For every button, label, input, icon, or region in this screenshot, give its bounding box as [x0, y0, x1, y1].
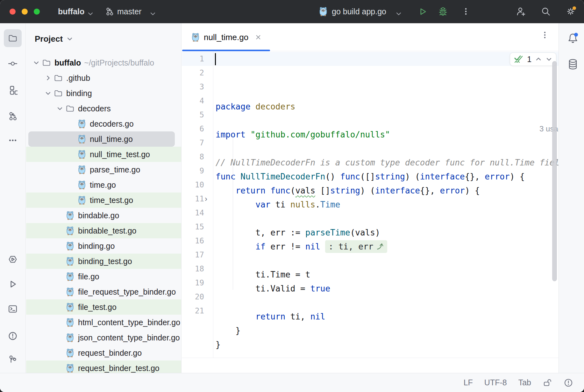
- line-number[interactable]: 17: [182, 248, 204, 262]
- line-number[interactable]: 18: [182, 262, 204, 276]
- tree-row-bindable-go[interactable]: bindable.go: [26, 208, 182, 223]
- fold-expand-icon[interactable]: ›: [205, 192, 207, 206]
- run-icon[interactable]: [4, 275, 22, 293]
- code-line-21[interactable]: [216, 352, 559, 358]
- close-button[interactable]: [10, 9, 16, 15]
- tree-row-null-time-test-go[interactable]: null_time_test.go: [26, 147, 182, 162]
- code-line-18[interactable]: return ti, nil: [216, 310, 559, 324]
- settings-gear-icon[interactable]: [566, 6, 576, 17]
- terminal-icon[interactable]: [4, 300, 22, 318]
- code-content[interactable]: 3 usages package decodersimport "github.…: [216, 52, 559, 358]
- line-number[interactable]: 14: [182, 206, 204, 220]
- project-folder-icon[interactable]: [4, 29, 22, 47]
- editor-options-kebab-icon[interactable]: [541, 31, 549, 39]
- debug-button[interactable]: [438, 7, 448, 16]
- tree-row-time-go[interactable]: time.go: [26, 177, 182, 192]
- code-line-16[interactable]: ti.Valid = true: [216, 282, 559, 296]
- line-number[interactable]: 21: [182, 304, 204, 318]
- line-number[interactable]: 10: [182, 178, 204, 192]
- tree-chevron[interactable]: [43, 74, 53, 82]
- tree-chevron[interactable]: [31, 59, 42, 66]
- maximize-button[interactable]: [34, 9, 40, 15]
- editor-gutter[interactable]: 12345678910111415161718192021: [182, 52, 204, 318]
- tree-row-binding[interactable]: binding: [26, 86, 182, 101]
- tree-row-request-binder-go[interactable]: request_binder.go: [26, 345, 182, 360]
- tree-chevron[interactable]: [54, 105, 65, 112]
- next-problem-icon[interactable]: [545, 55, 553, 63]
- unlocked-icon[interactable]: [543, 378, 552, 388]
- line-number[interactable]: 16: [182, 234, 204, 248]
- code-line-14[interactable]: [216, 254, 559, 268]
- database-icon[interactable]: [567, 58, 579, 70]
- tree-chevron[interactable]: [43, 89, 53, 97]
- code-line-10[interactable]: t, err := parseTime(vals): [216, 226, 559, 240]
- code-editor[interactable]: 12345678910111415161718192021 › 3 usages…: [182, 51, 559, 358]
- run-configuration[interactable]: go build app.go: [332, 0, 386, 23]
- line-number[interactable]: 8: [182, 150, 204, 164]
- tree-row-binding-test-go[interactable]: binding_test.go: [26, 254, 182, 269]
- editor-scrollbar[interactable]: [552, 61, 557, 281]
- more-icon[interactable]: [4, 131, 22, 149]
- line-number[interactable]: 6: [182, 122, 204, 136]
- line-number[interactable]: 15: [182, 220, 204, 234]
- encoding-widget[interactable]: UTF-8: [484, 378, 507, 387]
- code-line-19[interactable]: }: [216, 324, 559, 338]
- line-number[interactable]: 7: [182, 136, 204, 150]
- inspections-status-icon[interactable]: [564, 378, 573, 388]
- minimize-button[interactable]: [22, 9, 28, 15]
- tree-row-time-test-go[interactable]: time_test.go: [26, 192, 182, 208]
- version-control-icon[interactable]: [4, 351, 22, 368]
- tree-row-decoders-go[interactable]: decoders.go: [26, 116, 182, 131]
- line-number[interactable]: 1: [182, 52, 204, 66]
- code-line-9[interactable]: [216, 212, 559, 226]
- code-line-5[interactable]: // NullTimeDecoderFn is a custom type de…: [216, 156, 559, 170]
- folded-code-region[interactable]: : ti, err: [325, 240, 387, 253]
- notifications-bell-icon[interactable]: [567, 32, 579, 44]
- code-line-3[interactable]: import "github.com/gobuffalo/nulls": [216, 128, 559, 142]
- code-line-4[interactable]: [216, 142, 559, 156]
- code-line-7[interactable]: return func(vals []string) (interface{},…: [216, 184, 559, 198]
- tree-row--github[interactable]: .github: [26, 70, 182, 86]
- tree-row-file-test-go[interactable]: file_test.go: [26, 299, 182, 315]
- code-line-6[interactable]: func NullTimeDecoderFn() func([]string) …: [216, 170, 559, 184]
- line-number[interactable]: 4: [182, 94, 204, 108]
- line-number[interactable]: 3: [182, 80, 204, 94]
- branch-widget[interactable]: master: [117, 0, 141, 23]
- line-number[interactable]: 5: [182, 108, 204, 122]
- prev-problem-icon[interactable]: [535, 55, 542, 63]
- line-number[interactable]: 19: [182, 276, 204, 290]
- code-line-2[interactable]: [216, 114, 559, 128]
- tab-null-time-go[interactable]: null_time.go: [182, 23, 270, 51]
- project-widget[interactable]: buffalo: [58, 0, 84, 23]
- line-number[interactable]: 2: [182, 66, 204, 80]
- search-icon[interactable]: [541, 6, 551, 17]
- code-line-8[interactable]: var ti nulls.Time: [216, 198, 559, 212]
- code-line-11[interactable]: if err != nil : ti, err: [216, 240, 559, 254]
- inspections-widget[interactable]: 1: [510, 52, 556, 66]
- structure-icon[interactable]: [4, 81, 22, 99]
- line-number[interactable]: 9: [182, 164, 204, 178]
- tree-row-decoders[interactable]: decoders: [26, 101, 182, 116]
- code-line-15[interactable]: ti.Time = t: [216, 268, 559, 282]
- run-button[interactable]: [418, 7, 427, 16]
- services-icon[interactable]: [4, 250, 22, 268]
- line-number[interactable]: 11: [182, 192, 204, 206]
- add-user-icon[interactable]: [516, 6, 526, 17]
- tree-row-null-time-go[interactable]: null_time.go: [26, 131, 182, 147]
- tree-row-buffalo[interactable]: buffalo ~/gitProjects/buffalo: [26, 55, 182, 70]
- tree-row-file-request-type-binder-go[interactable]: file_request_type_binder.go: [26, 284, 182, 299]
- code-line-17[interactable]: [216, 296, 559, 310]
- more-kebab-icon[interactable]: [462, 7, 470, 16]
- tab-close-icon[interactable]: [255, 34, 262, 41]
- tree-row-file-go[interactable]: file.go: [26, 269, 182, 284]
- code-line-20[interactable]: }: [216, 338, 559, 352]
- commit-icon[interactable]: [4, 55, 22, 73]
- tree-row-parse-time-go[interactable]: parse_time.go: [26, 162, 182, 177]
- problems-icon[interactable]: [4, 327, 22, 345]
- project-panel-header[interactable]: Project: [35, 32, 74, 46]
- line-number[interactable]: 20: [182, 290, 204, 304]
- tree-row-html-content-type-binder-go[interactable]: html_content_type_binder.go: [26, 315, 182, 330]
- tree-row-bindable-test-go[interactable]: bindable_test.go: [26, 223, 182, 238]
- tree-row-json-content-type-binder-go[interactable]: json_content_type_binder.go: [26, 330, 182, 345]
- pull-requests-icon[interactable]: [4, 107, 22, 125]
